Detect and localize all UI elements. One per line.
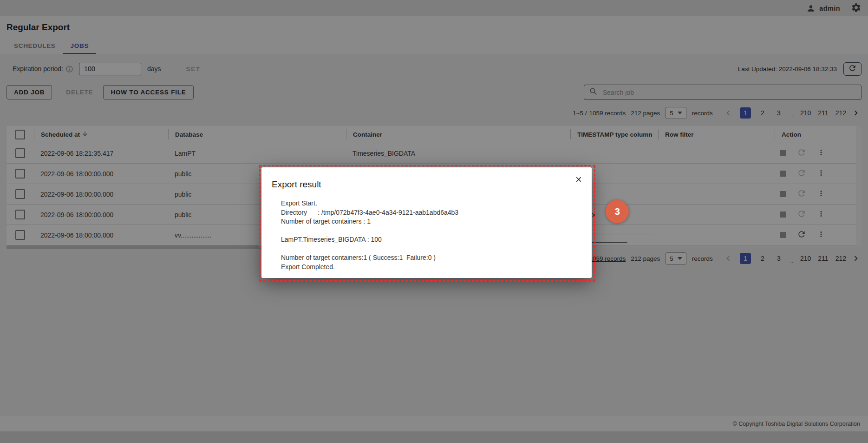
close-icon xyxy=(574,175,583,185)
app-window: admin Regular Export SCHEDULES JOBS Expi… xyxy=(0,0,868,443)
annotation-step-badge: 3 xyxy=(606,200,629,223)
export-log-text: Export Start. Directory : /tmp/072b47f3-… xyxy=(281,199,581,271)
close-button[interactable] xyxy=(572,173,585,186)
export-result-dialog: Export result Export Start. Directory : … xyxy=(261,167,592,278)
dialog-title: Export result xyxy=(272,179,321,190)
